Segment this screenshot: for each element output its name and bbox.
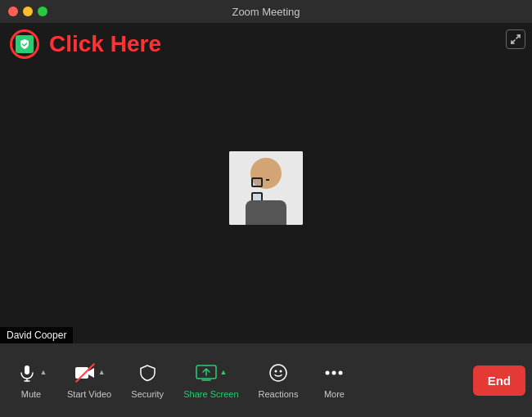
- svg-point-11: [279, 370, 282, 373]
- person-body: [246, 200, 286, 225]
- share-screen-chevron: ▲: [219, 368, 227, 376]
- more-icon: [322, 361, 345, 384]
- start-video-button[interactable]: ▲ Start Video: [59, 355, 119, 406]
- expand-button[interactable]: [506, 29, 525, 49]
- titlebar: Zoom Meeting: [0, 0, 532, 23]
- reactions-icon: [267, 361, 290, 384]
- mute-icon-row: ▲: [16, 361, 47, 384]
- svg-point-9: [270, 365, 286, 381]
- more-button[interactable]: More: [309, 355, 358, 406]
- shield-check-icon: [19, 38, 30, 50]
- click-here-label: Click Here: [49, 31, 161, 57]
- more-label: More: [324, 389, 345, 399]
- mute-chevron: ▲: [40, 368, 47, 376]
- share-screen-button[interactable]: ▲ Share Screen: [175, 355, 246, 406]
- reactions-button[interactable]: Reactions: [250, 355, 307, 406]
- end-button[interactable]: End: [473, 365, 525, 396]
- camera-icon: [74, 361, 97, 384]
- security-label: Security: [131, 389, 164, 399]
- top-bar: Click Here: [0, 23, 532, 65]
- shield-icon: [16, 35, 34, 53]
- person-head: [250, 158, 282, 189]
- left-lens: [251, 177, 263, 187]
- toolbar-items: ▲ Mute ▲ Start Video: [7, 355, 467, 406]
- svg-point-10: [274, 370, 277, 373]
- svg-point-12: [326, 371, 330, 375]
- main-area: Click Here: [0, 23, 532, 343]
- window-title: Zoom Meeting: [232, 6, 300, 18]
- share-screen-icon-row: ▲: [195, 361, 227, 384]
- security-icon: [136, 361, 159, 384]
- participant-photo: [229, 151, 303, 225]
- share-screen-icon: [195, 361, 218, 384]
- expand-icon: [510, 34, 521, 45]
- maximize-button[interactable]: [38, 7, 47, 16]
- share-screen-label: Share Screen: [183, 389, 238, 399]
- video-icon-row: ▲: [74, 361, 106, 384]
- mute-label: Mute: [21, 389, 41, 399]
- security-button[interactable]: Security: [123, 355, 172, 406]
- svg-rect-2: [25, 365, 29, 374]
- window-controls: [8, 7, 47, 16]
- shield-badge-button[interactable]: [10, 29, 39, 59]
- participant-name-label: David Cooper: [0, 327, 73, 343]
- start-video-label: Start Video: [67, 389, 111, 399]
- participant-tile: [229, 151, 303, 225]
- minimize-button[interactable]: [23, 7, 33, 16]
- mute-button[interactable]: ▲ Mute: [7, 355, 56, 406]
- video-chevron: ▲: [98, 368, 106, 376]
- reactions-label: Reactions: [259, 389, 299, 399]
- toolbar: ▲ Mute ▲ Start Video: [0, 343, 532, 417]
- video-area: [0, 65, 532, 311]
- svg-point-14: [339, 371, 343, 375]
- svg-point-13: [332, 371, 336, 375]
- glasses: [251, 176, 281, 186]
- bridge: [266, 179, 269, 182]
- close-button[interactable]: [8, 7, 18, 16]
- mic-icon: [16, 361, 38, 384]
